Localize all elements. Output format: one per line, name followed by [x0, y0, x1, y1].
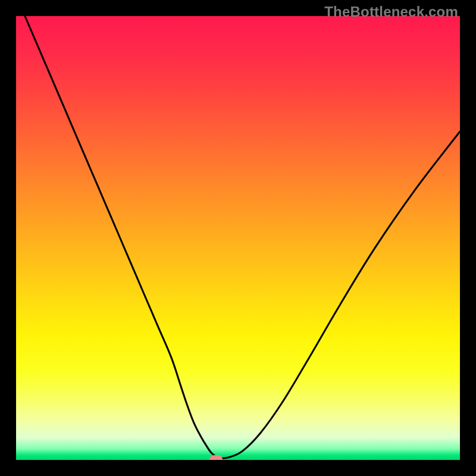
bottleneck-curve — [16, 16, 460, 460]
chart-frame: TheBottleneck.com — [0, 0, 476, 476]
optimal-point-marker — [209, 455, 223, 461]
watermark-text: TheBottleneck.com — [324, 4, 458, 20]
plot-area — [16, 16, 460, 460]
